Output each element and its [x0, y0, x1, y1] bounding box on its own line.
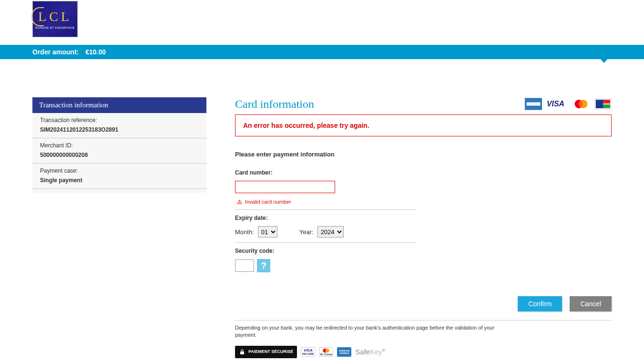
cancel-button[interactable]: Cancel — [570, 296, 612, 311]
payment-case-row: Payment case: Single payment — [32, 164, 206, 189]
amount-bar-pointer — [600, 59, 608, 63]
amex-mini-badge: AMERICAN EXPRESS — [337, 347, 351, 357]
expiry-label: Expiry date: — [235, 215, 416, 221]
mastercard-mini-icon — [322, 348, 330, 353]
security-code-block: Security code: ? — [235, 242, 416, 277]
merchant-id-row: Merchant ID: 500000000000208 — [32, 138, 206, 164]
payment-case-value: Single payment — [40, 177, 199, 184]
error-message: An error has occurred, please try again. — [235, 114, 612, 136]
form-actions: Confirm Cancel — [235, 296, 612, 321]
svg-rect-7 — [603, 100, 610, 103]
year-label: Year: — [299, 228, 314, 236]
security-logos: PAIEMENT SÉCURISÉ VISA SECURE ID Check A… — [235, 346, 612, 358]
order-amount-bar: Order amount: €10.00 — [0, 45, 644, 59]
sidebar-title: Transaction information — [32, 97, 206, 113]
svg-rect-6 — [596, 100, 603, 108]
amex-icon — [525, 97, 542, 111]
warning-icon — [237, 199, 242, 205]
payment-case-label: Payment case: — [40, 167, 199, 174]
transaction-sidebar: Transaction information Transaction refe… — [32, 97, 206, 358]
paiement-securise-badge: PAIEMENT SÉCURISÉ — [235, 346, 297, 358]
order-amount-label: Order amount: — [32, 48, 79, 56]
disclaimer-text: Depending on your bank, you may be redir… — [235, 321, 502, 346]
mastercard-icon — [572, 97, 590, 111]
card-number-error-text: Invalid card number — [245, 199, 291, 205]
merchant-id-label: Merchant ID: — [40, 142, 199, 149]
transaction-reference-value: SIM2024112012253183O2891 — [40, 126, 199, 133]
svg-rect-8 — [603, 104, 610, 108]
visa-icon: VISA — [547, 97, 568, 111]
security-code-input[interactable] — [235, 259, 254, 272]
security-code-help-button[interactable]: ? — [257, 259, 270, 272]
logo-text: LCL — [38, 9, 72, 24]
transaction-reference-label: Transaction reference: — [40, 117, 199, 124]
transaction-reference-row: Transaction reference: SIM20241120122531… — [32, 113, 206, 138]
accepted-card-logos: VISA — [525, 97, 612, 111]
bank-logo: LCL BANQUE ET ASSURANCE — [32, 1, 78, 37]
month-select[interactable]: 01 — [258, 226, 277, 238]
svg-text:VISA: VISA — [547, 100, 564, 108]
month-label: Month: — [235, 228, 254, 236]
lock-icon — [239, 349, 245, 355]
confirm-button[interactable]: Confirm — [518, 296, 562, 311]
svg-rect-11 — [240, 352, 244, 354]
year-select[interactable]: 2024 — [317, 226, 344, 238]
visa-secure-badge: VISA SECURE — [301, 347, 315, 357]
cb-icon — [594, 97, 612, 111]
card-number-block: Card number: Invalid card number — [235, 165, 416, 209]
card-number-input[interactable] — [235, 181, 335, 193]
panel-title: Card information — [235, 98, 314, 111]
card-information-panel: Card information VISA An error has occur… — [235, 97, 612, 358]
safekey-badge: SafeKey® — [355, 348, 385, 356]
card-number-label: Card number: — [235, 169, 416, 176]
security-code-label: Security code: — [235, 248, 416, 254]
logo-subtitle: BANQUE ET ASSURANCE — [35, 26, 75, 29]
form-intro: Please enter payment information — [235, 151, 612, 158]
svg-rect-1 — [527, 102, 541, 105]
header: LCL BANQUE ET ASSURANCE — [32, 0, 612, 45]
svg-point-13 — [326, 349, 329, 352]
card-number-error: Invalid card number — [235, 199, 416, 205]
paiement-securise-text: PAIEMENT SÉCURISÉ — [248, 350, 293, 354]
mastercard-idcheck-badge: ID Check — [319, 347, 333, 357]
merchant-id-value: 500000000000208 — [40, 152, 199, 158]
order-amount-value: €10.00 — [85, 48, 106, 56]
expiry-block: Expiry date: Month: 01 Year: 2024 — [235, 209, 416, 242]
svg-rect-9 — [239, 201, 240, 202]
svg-rect-10 — [239, 203, 240, 203]
